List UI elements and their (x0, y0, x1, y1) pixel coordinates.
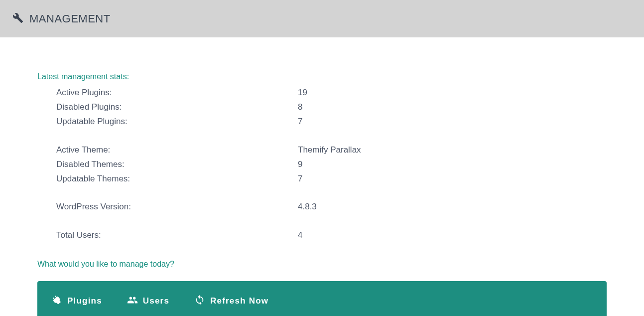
page-title: MANAGEMENT (29, 12, 111, 25)
stat-label: Total Users: (56, 228, 298, 242)
stat-value: 8 (298, 100, 607, 114)
stat-row-active-plugins: Active Plugins: 19 (56, 85, 607, 100)
stat-label: Updatable Plugins: (56, 114, 298, 129)
wrench-icon (12, 12, 29, 25)
stat-row-wordpress-version: WordPress Version: 4.8.3 (56, 199, 607, 214)
stat-row-total-users: Total Users: 4 (56, 228, 607, 242)
stat-label: Active Theme: (56, 143, 298, 157)
stat-row-updatable-themes: Updatable Themes: 7 (56, 171, 607, 186)
stat-value: 7 (298, 114, 607, 129)
stat-value: Themify Parallax (298, 143, 607, 157)
action-bar: Plugins Users Refresh Now (37, 281, 607, 316)
stat-value: 4 (298, 228, 607, 242)
manage-prompt-label: What would you like to manage today? (37, 260, 607, 269)
content-area: Latest management stats: Active Plugins:… (0, 72, 644, 316)
stat-label: Disabled Plugins: (56, 100, 298, 114)
plug-icon (51, 295, 62, 308)
refresh-icon (194, 295, 205, 308)
stat-value: 7 (298, 171, 607, 186)
stat-value: 4.8.3 (298, 199, 607, 214)
users-button[interactable]: Users (127, 295, 169, 308)
plugins-label: Plugins (67, 296, 102, 306)
stat-label: Updatable Themes: (56, 171, 298, 186)
stat-value: 9 (298, 157, 607, 171)
refresh-button[interactable]: Refresh Now (194, 295, 268, 308)
stat-label: WordPress Version: (56, 199, 298, 214)
stat-value: 19 (298, 85, 607, 100)
users-label: Users (143, 296, 169, 306)
stat-row-active-theme: Active Theme: Themify Parallax (56, 143, 607, 157)
stats-block: Active Plugins: 19 Disabled Plugins: 8 U… (37, 85, 607, 242)
stat-row-disabled-themes: Disabled Themes: 9 (56, 157, 607, 171)
refresh-label: Refresh Now (210, 296, 268, 306)
stat-label: Active Plugins: (56, 85, 298, 100)
stat-row-disabled-plugins: Disabled Plugins: 8 (56, 100, 607, 114)
plugins-button[interactable]: Plugins (51, 295, 102, 308)
stat-row-updatable-plugins: Updatable Plugins: 7 (56, 114, 607, 129)
management-header: MANAGEMENT (0, 0, 644, 37)
users-icon (127, 295, 138, 308)
stats-section-label: Latest management stats: (37, 72, 607, 81)
stat-label: Disabled Themes: (56, 157, 298, 171)
